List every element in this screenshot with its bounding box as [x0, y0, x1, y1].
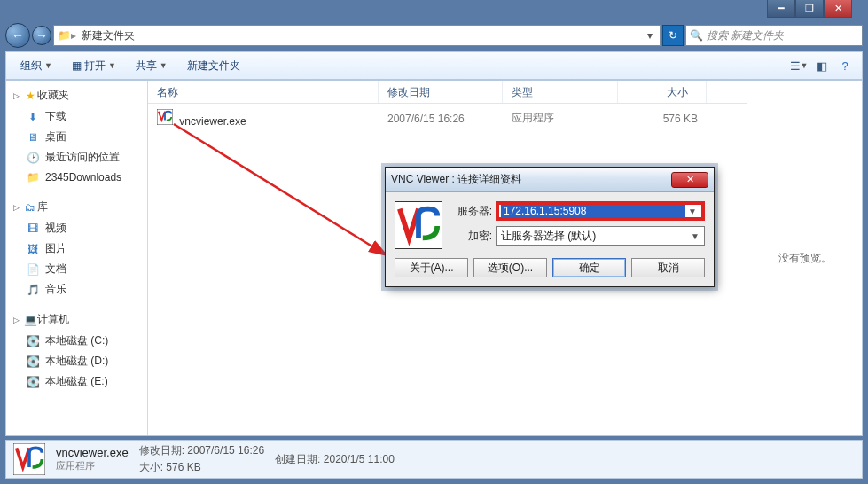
folder-icon: 📁 — [58, 29, 71, 42]
dialog-close-button[interactable]: ✕ — [671, 172, 708, 188]
libraries-group[interactable]: ▷🗂库 — [6, 196, 147, 218]
recent-icon: 🕑 — [26, 151, 40, 165]
back-button[interactable]: ← — [5, 23, 30, 48]
status-file-icon — [13, 443, 45, 475]
address-dropdown[interactable]: ▾ — [644, 29, 656, 42]
toolbar: 组织▼ ▦打开▼ 共享▼ 新建文件夹 ☰ ▼ ◧ ? — [5, 51, 863, 80]
folder-icon: 📁 — [26, 170, 40, 184]
minimize-button[interactable]: ━ — [767, 0, 795, 18]
server-value: 172.16.1.15:5908 — [501, 205, 685, 217]
chevron-down-icon[interactable]: ▼ — [685, 207, 700, 216]
cancel-button[interactable]: 取消 — [631, 258, 705, 277]
sidebar-item-music[interactable]: 🎵音乐 — [6, 279, 147, 300]
ok-button[interactable]: 确定 — [552, 258, 626, 277]
chevron-down-icon[interactable]: ▼ — [688, 231, 702, 241]
encrypt-combo[interactable]: 让服务器选择 (默认) ▼ — [496, 226, 705, 246]
about-button[interactable]: 关于(A)... — [395, 258, 468, 277]
refresh-button[interactable]: ↻ — [662, 25, 684, 46]
forward-button[interactable]: → — [32, 26, 51, 45]
maximize-button[interactable]: ❐ — [795, 0, 824, 18]
vnc-logo-icon — [395, 201, 442, 249]
file-name: vncviewer.exe — [179, 115, 246, 128]
sidebar-item-recent[interactable]: 🕑最近访问的位置 — [6, 147, 147, 168]
open-icon: ▦ — [72, 59, 82, 72]
organize-menu[interactable]: 组织▼ — [13, 57, 59, 75]
col-type[interactable]: 类型 — [503, 81, 618, 103]
sidebar-item-downloads[interactable]: ⬇下载 — [6, 106, 147, 127]
desktop-icon: 🖥 — [26, 130, 40, 144]
open-button[interactable]: ▦打开▼ — [65, 57, 123, 75]
computer-group[interactable]: ▷💻计算机 — [6, 308, 147, 331]
sidebar-item-desktop[interactable]: 🖥桌面 — [6, 127, 147, 147]
library-icon: 🗂 — [23, 200, 37, 215]
server-combo[interactable]: 172.16.1.15:5908 ▼ — [496, 201, 705, 221]
drive-icon: 💽 — [26, 375, 40, 389]
search-icon: 🔍 — [690, 29, 703, 42]
sidebar-item-documents[interactable]: 📄文档 — [6, 259, 147, 279]
sidebar: ▷★收藏夹 ⬇下载 🖥桌面 🕑最近访问的位置 📁2345Downloads ▷🗂… — [6, 81, 148, 435]
new-folder-button[interactable]: 新建文件夹 — [180, 57, 247, 75]
document-icon: 📄 — [26, 262, 40, 277]
sidebar-item-2345[interactable]: 📁2345Downloads — [6, 168, 147, 187]
drive-icon: 💽 — [26, 355, 40, 369]
video-icon: 🎞 — [26, 222, 40, 236]
col-name[interactable]: 名称 — [148, 81, 379, 103]
file-date: 2007/6/15 16:26 — [379, 111, 503, 127]
vnc-dialog: VNC Viewer : 连接详细资料 ✕ 服务器: 172.16.1.15:5… — [385, 167, 715, 287]
sidebar-item-video[interactable]: 🎞视频 — [6, 218, 147, 238]
dialog-title: VNC Viewer : 连接详细资料 — [391, 172, 521, 187]
server-label: 服务器: — [451, 204, 492, 219]
status-bar: vncviewer.exe 应用程序 修改日期: 2007/6/15 16:26… — [5, 440, 863, 479]
file-size: 576 KB — [618, 111, 707, 127]
music-icon: 🎵 — [26, 283, 40, 297]
status-name: vncviewer.exe — [56, 446, 129, 459]
favorites-group[interactable]: ▷★收藏夹 — [6, 84, 147, 106]
help-icon[interactable]: ? — [835, 57, 855, 74]
preview-pane-icon[interactable]: ◧ — [812, 57, 832, 74]
file-row[interactable]: vncviewer.exe 2007/6/15 16:26 应用程序 576 K… — [148, 104, 747, 133]
sidebar-item-drive-e[interactable]: 💽本地磁盘 (E:) — [6, 371, 147, 392]
preview-empty: 没有预览。 — [778, 251, 832, 266]
col-size[interactable]: 大小 — [618, 81, 707, 103]
star-icon: ★ — [23, 89, 37, 103]
options-button[interactable]: 选项(O)... — [473, 258, 547, 277]
address-bar[interactable]: 📁 ▸ 新建文件夹 ▾ — [53, 25, 661, 46]
file-type: 应用程序 — [503, 109, 618, 128]
download-icon: ⬇ — [26, 110, 40, 124]
sidebar-item-pictures[interactable]: 🖼图片 — [6, 238, 147, 259]
pictures-icon: 🖼 — [26, 242, 40, 256]
search-input[interactable]: 🔍 搜索 新建文件夹 — [685, 25, 863, 46]
vnc-file-icon — [157, 109, 173, 125]
encrypt-value: 让服务器选择 (默认) — [498, 229, 688, 244]
encrypt-label: 加密: — [451, 229, 492, 244]
computer-icon: 💻 — [23, 313, 37, 327]
drive-icon: 💽 — [26, 334, 40, 348]
search-placeholder: 搜索 新建文件夹 — [707, 28, 784, 43]
address-segment[interactable]: 新建文件夹 — [76, 28, 140, 43]
sidebar-item-drive-c[interactable]: 💽本地磁盘 (C:) — [6, 331, 147, 351]
close-button[interactable]: ✕ — [824, 0, 852, 18]
share-menu[interactable]: 共享▼ — [129, 57, 175, 75]
sidebar-item-drive-d[interactable]: 💽本地磁盘 (D:) — [6, 351, 147, 371]
col-date[interactable]: 修改日期 — [379, 81, 503, 103]
status-type: 应用程序 — [56, 459, 129, 472]
view-icon[interactable]: ☰ ▼ — [789, 57, 809, 74]
dialog-titlebar[interactable]: VNC Viewer : 连接详细资料 ✕ — [386, 168, 714, 192]
preview-pane: 没有预览。 — [747, 81, 862, 435]
